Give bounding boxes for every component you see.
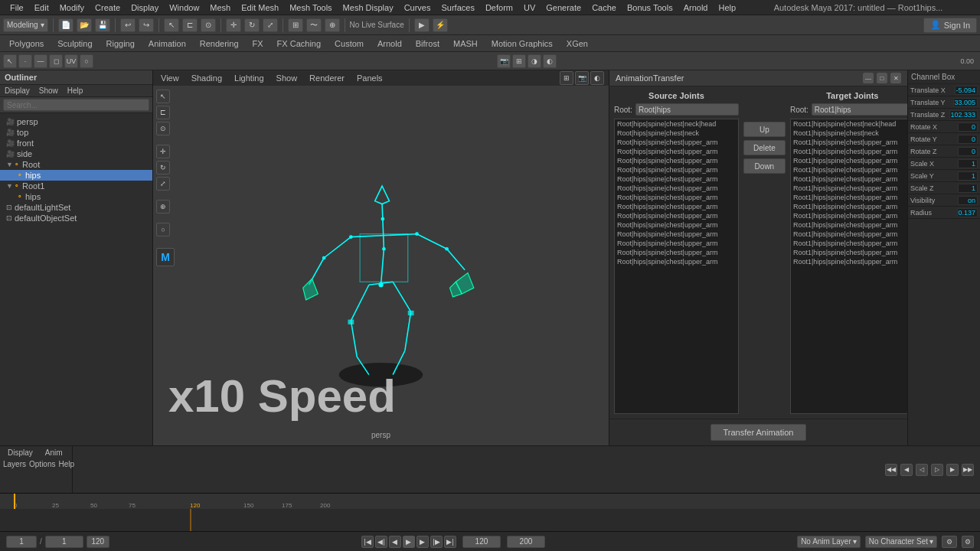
tab-animation[interactable]: Animation: [142, 37, 192, 50]
src-joint-14[interactable]: Root|hips|spine|chest|upper_arm: [615, 248, 738, 257]
scale-btn[interactable]: ⤢: [263, 18, 278, 32]
prop-val-radius[interactable]: 0.137: [957, 208, 978, 217]
uv-btn[interactable]: UV: [64, 54, 78, 68]
src-joint-8[interactable]: Root|hips|spine|chest|upper_arm: [615, 193, 738, 202]
src-joint-1[interactable]: Root|hips|spine|chest|neck: [615, 129, 738, 138]
vp-tab-view[interactable]: View: [158, 73, 182, 83]
outliner-search-input[interactable]: [3, 99, 149, 111]
src-joint-7[interactable]: Root|hips|spine|chest|upper_arm: [615, 184, 738, 193]
move-tool-btn[interactable]: ✛: [156, 145, 170, 158]
edge-btn[interactable]: —: [34, 54, 47, 68]
step-back-btn[interactable]: ◀: [389, 536, 401, 548]
src-joint-0[interactable]: Root|hips|spine|chest|neck|head: [615, 119, 738, 129]
menu-edit[interactable]: Edit: [29, 3, 54, 12]
redo-btn[interactable]: ↪: [139, 18, 154, 32]
tgt-joint-5[interactable]: Root1|hips|spine|chest|upper_arm: [791, 165, 914, 174]
options-tab[interactable]: Options: [29, 460, 55, 468]
prop-val-ry[interactable]: 0: [958, 135, 978, 144]
end-range-input[interactable]: [462, 536, 501, 548]
menu-curves[interactable]: Curves: [399, 3, 436, 12]
tgt-joint-8[interactable]: Root1|hips|spine|chest|upper_arm: [791, 193, 914, 202]
tgt-joint-6[interactable]: Root1|hips|spine|chest|upper_arm: [791, 174, 914, 184]
menu-bonus[interactable]: Bonus Tools: [622, 3, 678, 12]
src-joint-6[interactable]: Root|hips|spine|chest|upper_arm: [615, 174, 738, 184]
tgt-joint-12[interactable]: Root1|hips|spine|chest|upper_arm: [791, 230, 914, 239]
tree-item-hips2[interactable]: ⚬ hips: [0, 191, 152, 202]
tgt-joint-15[interactable]: Root1|hips|spine|chest|upper_arm: [791, 257, 914, 266]
paint-tool-btn[interactable]: ⊙: [156, 122, 170, 135]
da-icon1[interactable]: ◀◀: [885, 464, 897, 476]
src-joint-9[interactable]: Root|hips|spine|chest|upper_arm: [615, 202, 738, 211]
prev-key-btn[interactable]: ◀|: [375, 536, 387, 548]
new-scene-btn[interactable]: 📄: [58, 18, 74, 32]
vp-cam-btn[interactable]: 📷: [575, 71, 589, 85]
tab-fx[interactable]: FX: [247, 37, 270, 50]
vp-tab-shading[interactable]: Shading: [188, 73, 225, 83]
scale-tool-btn[interactable]: ⤢: [156, 177, 170, 191]
menu-modify[interactable]: Modify: [54, 3, 90, 12]
up-button[interactable]: Up: [743, 122, 786, 137]
help-tab[interactable]: Help: [58, 460, 74, 468]
tab-bifrost[interactable]: Bifrost: [410, 37, 446, 50]
menu-window[interactable]: Window: [164, 3, 204, 12]
src-joint-2[interactable]: Root|hips|spine|chest|upper_arm: [615, 138, 738, 147]
anim-tab[interactable]: Anim: [41, 448, 67, 458]
vertex-btn[interactable]: ·: [18, 54, 32, 68]
menu-edit-mesh[interactable]: Edit Mesh: [236, 3, 284, 12]
src-joint-3[interactable]: Root|hips|spine|chest|upper_arm: [615, 147, 738, 156]
tab-custom[interactable]: Custom: [328, 37, 370, 50]
src-joint-12[interactable]: Root|hips|spine|chest|upper_arm: [615, 230, 738, 239]
vp-tab-show[interactable]: Show: [273, 73, 301, 83]
src-joint-10[interactable]: Root|hips|spine|chest|upper_arm: [615, 211, 738, 220]
target-root-input[interactable]: [812, 103, 915, 116]
wireframe-btn[interactable]: ⊞: [512, 54, 526, 68]
timeline-track[interactable]: [0, 509, 980, 531]
settings-btn[interactable]: ⚙: [962, 536, 974, 548]
vp-maya-icon[interactable]: M: [156, 248, 175, 266]
move-btn[interactable]: ✛: [226, 18, 241, 32]
menu-file[interactable]: File: [5, 3, 29, 12]
da-icon2[interactable]: ◀: [900, 464, 913, 476]
snap-grid-btn[interactable]: ⊞: [288, 18, 303, 32]
tgt-joint-10[interactable]: Root1|hips|spine|chest|upper_arm: [791, 211, 914, 220]
save-btn[interactable]: 💾: [95, 18, 110, 32]
soft-select-btn[interactable]: ○: [156, 223, 170, 236]
prop-val-ty[interactable]: 33.005: [953, 98, 978, 107]
prop-val-rx[interactable]: 0: [958, 122, 978, 132]
tree-item-front[interactable]: 🎥 front: [0, 138, 152, 148]
vp-tab-lighting[interactable]: Lighting: [231, 73, 267, 83]
vp-tab-panels[interactable]: Panels: [354, 73, 386, 83]
tab-polygons[interactable]: Polygons: [3, 37, 50, 50]
menu-surfaces[interactable]: Surfaces: [436, 3, 479, 12]
undo-btn[interactable]: ↩: [120, 18, 136, 32]
menu-mesh-tools[interactable]: Mesh Tools: [284, 3, 337, 12]
select-btn[interactable]: ↖: [164, 18, 179, 32]
smooth-btn[interactable]: ◑: [528, 54, 541, 68]
auto-key-btn[interactable]: ⚙: [942, 536, 957, 548]
outliner-tab-help[interactable]: Help: [63, 85, 88, 96]
tab-xgen[interactable]: XGen: [560, 37, 594, 50]
tree-item-root1[interactable]: ▼ ⚬ Root1: [0, 181, 152, 191]
tab-arnold[interactable]: Arnold: [371, 37, 408, 50]
prop-val-tz[interactable]: 102.333: [949, 110, 978, 119]
current-frame-input[interactable]: [6, 536, 37, 548]
tree-item-root[interactable]: ▼ ⚬ Root: [0, 159, 152, 170]
tgt-joint-14[interactable]: Root1|hips|spine|chest|upper_arm: [791, 248, 914, 257]
tgt-joint-1[interactable]: Root1|hips|spine|chest|neck: [791, 129, 914, 138]
tree-item-side[interactable]: 🎥 side: [0, 148, 152, 159]
layers-tab[interactable]: Layers: [3, 460, 26, 468]
anim-layer-dropdown[interactable]: No Anim Layer ▾: [797, 536, 861, 548]
outliner-tab-show[interactable]: Show: [34, 85, 63, 96]
display-tab[interactable]: Display: [3, 448, 38, 458]
face-btn[interactable]: ◻: [49, 54, 63, 68]
select-mode-btn[interactable]: ↖: [3, 54, 17, 68]
prop-val-rz[interactable]: 0: [958, 147, 978, 156]
tab-fx-caching[interactable]: FX Caching: [271, 37, 327, 50]
target-joint-list[interactable]: Root1|hips|spine|chest|neck|head Root1|h…: [790, 119, 915, 414]
menu-create[interactable]: Create: [90, 3, 126, 12]
tab-motion-graphics[interactable]: Motion Graphics: [485, 37, 559, 50]
da-icon3[interactable]: ◁: [916, 464, 928, 476]
next-key-btn[interactable]: |▶: [430, 536, 443, 548]
tgt-joint-7[interactable]: Root1|hips|spine|chest|upper_arm: [791, 184, 914, 193]
transfer-animation-button[interactable]: Transfer Animation: [710, 424, 807, 441]
